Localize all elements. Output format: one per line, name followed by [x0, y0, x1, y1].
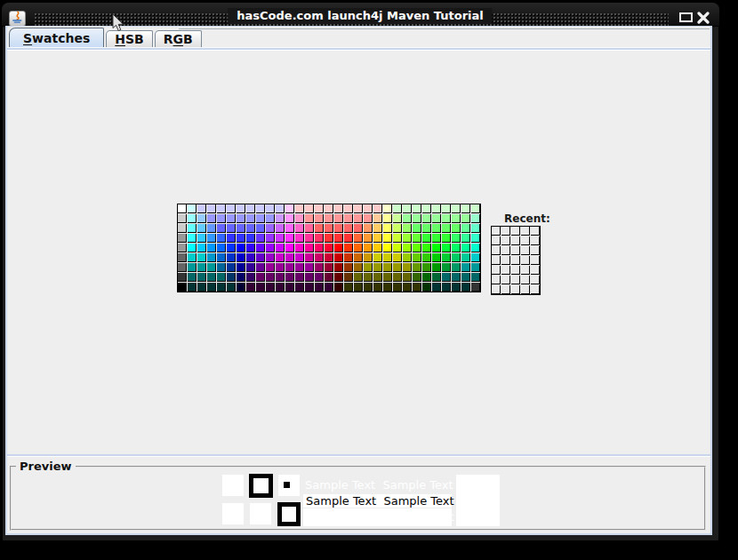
- swatch-cell[interactable]: [266, 263, 275, 272]
- recent-swatch-cell[interactable]: [531, 276, 540, 284]
- swatch-cell[interactable]: [217, 214, 226, 223]
- swatch-cell[interactable]: [305, 214, 314, 223]
- swatch-cell[interactable]: [413, 214, 421, 223]
- swatch-cell[interactable]: [246, 234, 255, 243]
- recent-swatch-cell[interactable]: [501, 266, 510, 275]
- swatch-cell[interactable]: [285, 273, 294, 282]
- swatch-cell[interactable]: [256, 234, 265, 243]
- recent-swatch-cell[interactable]: [501, 227, 510, 236]
- swatch-cell[interactable]: [354, 214, 363, 223]
- recent-swatch-cell[interactable]: [521, 276, 530, 284]
- swatch-cell[interactable]: [373, 224, 382, 233]
- swatch-cell[interactable]: [393, 204, 402, 213]
- swatch-cell[interactable]: [178, 253, 187, 262]
- swatch-cell[interactable]: [305, 283, 314, 292]
- swatch-cell[interactable]: [364, 283, 373, 292]
- swatch-cell[interactable]: [383, 214, 392, 223]
- swatch-cell[interactable]: [315, 234, 324, 243]
- recent-swatch-cell[interactable]: [521, 246, 530, 255]
- swatch-cell[interactable]: [422, 273, 431, 282]
- swatch-cell[interactable]: [403, 204, 412, 213]
- swatch-cell[interactable]: [344, 283, 353, 292]
- swatch-cell[interactable]: [334, 253, 343, 262]
- swatch-cell[interactable]: [217, 204, 226, 213]
- swatch-cell[interactable]: [461, 283, 470, 292]
- swatch-cell[interactable]: [383, 253, 392, 262]
- swatch-cell[interactable]: [354, 234, 363, 243]
- swatch-cell[interactable]: [295, 204, 304, 213]
- swatch-cell[interactable]: [227, 273, 236, 282]
- swatch-cell[interactable]: [393, 263, 402, 272]
- recent-swatch-cell[interactable]: [521, 236, 530, 245]
- swatch-cell[interactable]: [188, 204, 197, 213]
- swatch-cell[interactable]: [471, 234, 480, 243]
- swatch-cell[interactable]: [178, 283, 187, 292]
- swatch-cell[interactable]: [207, 263, 216, 272]
- swatch-cell[interactable]: [413, 283, 421, 292]
- swatch-cell[interactable]: [305, 263, 314, 272]
- recent-swatch-cell[interactable]: [492, 236, 501, 245]
- swatch-cell[interactable]: [461, 214, 470, 223]
- swatch-cell[interactable]: [413, 234, 421, 243]
- recent-swatch-cell[interactable]: [521, 256, 530, 265]
- swatch-cell[interactable]: [197, 283, 206, 292]
- recent-swatch-cell[interactable]: [492, 276, 501, 284]
- swatch-cell[interactable]: [188, 234, 197, 243]
- swatch-cell[interactable]: [237, 273, 245, 282]
- swatch-cell[interactable]: [266, 283, 275, 292]
- swatch-cell[interactable]: [256, 214, 265, 223]
- swatch-cell[interactable]: [442, 204, 451, 213]
- swatch-cell[interactable]: [393, 224, 402, 233]
- swatch-cell[interactable]: [325, 204, 333, 213]
- swatch-cell[interactable]: [442, 283, 451, 292]
- swatch-cell[interactable]: [237, 253, 245, 262]
- swatch-cell[interactable]: [344, 234, 353, 243]
- swatch-cell[interactable]: [276, 253, 285, 262]
- swatch-cell[interactable]: [217, 253, 226, 262]
- swatch-cell[interactable]: [461, 273, 470, 282]
- swatch-cell[interactable]: [364, 263, 373, 272]
- swatch-cell[interactable]: [354, 263, 363, 272]
- swatch-cell[interactable]: [413, 204, 421, 213]
- swatch-cell[interactable]: [285, 234, 294, 243]
- swatch-cell[interactable]: [285, 283, 294, 292]
- swatch-cell[interactable]: [354, 244, 363, 252]
- swatch-cell[interactable]: [207, 244, 216, 252]
- swatch-cell[interactable]: [373, 273, 382, 282]
- swatch-cell[interactable]: [188, 283, 197, 292]
- swatch-cell[interactable]: [227, 253, 236, 262]
- swatch-cell[interactable]: [276, 214, 285, 223]
- swatch-cell[interactable]: [383, 244, 392, 252]
- swatch-cell[interactable]: [364, 244, 373, 252]
- swatch-cell[interactable]: [207, 234, 216, 243]
- recent-swatch-cell[interactable]: [492, 285, 501, 294]
- swatch-cell[interactable]: [266, 204, 275, 213]
- swatch-cell[interactable]: [452, 253, 461, 262]
- swatch-cell[interactable]: [325, 224, 333, 233]
- swatch-cell[interactable]: [364, 204, 373, 213]
- swatch-cell[interactable]: [315, 283, 324, 292]
- swatch-cell[interactable]: [188, 273, 197, 282]
- swatch-cell[interactable]: [393, 273, 402, 282]
- swatch-cell[interactable]: [452, 214, 461, 223]
- swatch-cell[interactable]: [266, 273, 275, 282]
- swatch-cell[interactable]: [217, 224, 226, 233]
- swatch-cell[interactable]: [325, 263, 333, 272]
- recent-swatch-cell[interactable]: [531, 285, 540, 294]
- swatch-cell[interactable]: [276, 283, 285, 292]
- swatch-cell[interactable]: [217, 273, 226, 282]
- swatch-cell[interactable]: [246, 253, 255, 262]
- swatch-cell[interactable]: [178, 204, 187, 213]
- swatch-cell[interactable]: [471, 224, 480, 233]
- swatch-cell[interactable]: [325, 283, 333, 292]
- swatch-cell[interactable]: [227, 234, 236, 243]
- recent-swatch-cell[interactable]: [501, 285, 510, 294]
- swatch-cell[interactable]: [461, 263, 470, 272]
- recent-swatch-cell[interactable]: [531, 266, 540, 275]
- swatch-cell[interactable]: [207, 283, 216, 292]
- swatch-cell[interactable]: [403, 263, 412, 272]
- swatch-cell[interactable]: [207, 204, 216, 213]
- swatch-cell[interactable]: [197, 214, 206, 223]
- swatch-cell[interactable]: [452, 283, 461, 292]
- swatch-cell[interactable]: [276, 273, 285, 282]
